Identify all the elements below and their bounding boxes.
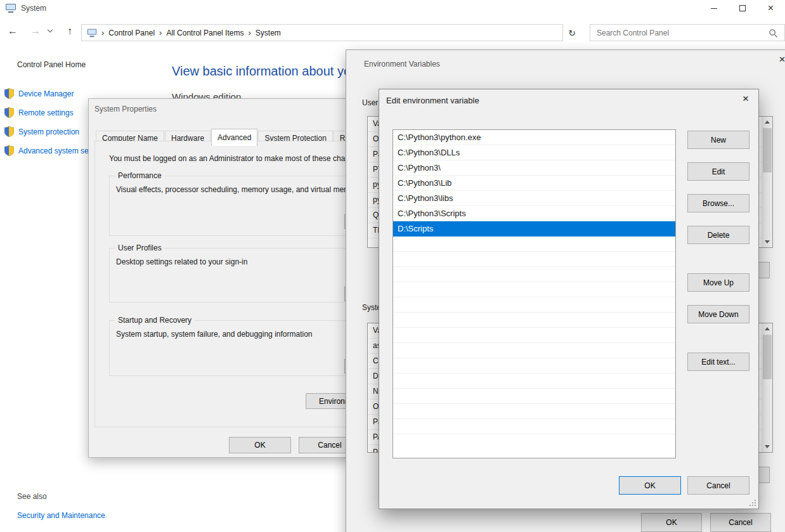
sidebar-item-system-protection[interactable]: System protection: [4, 126, 79, 137]
move-up-button[interactable]: Move Up: [687, 273, 749, 292]
empty-row[interactable]: [393, 404, 675, 419]
path-entry[interactable]: C:\Python3\libs: [393, 191, 675, 206]
sidebar-item-remote-settings[interactable]: Remote settings: [4, 107, 74, 118]
navigation-bar: Control Panel All Control Panel Items Sy…: [0, 16, 785, 43]
ok-button[interactable]: OK: [641, 513, 702, 532]
empty-row[interactable]: [393, 297, 675, 313]
empty-row[interactable]: [393, 267, 675, 282]
browse-button[interactable]: Browse...: [687, 194, 749, 212]
shield-icon: [4, 88, 14, 99]
path-entry[interactable]: C:\Python3\Scripts: [393, 206, 675, 221]
group-label: User Profiles: [115, 243, 164, 252]
scrollbar[interactable]: [762, 117, 772, 247]
dialog-title: Edit environment variable: [386, 96, 479, 105]
sidebar-item-label: Remote settings: [18, 108, 74, 117]
scrollbar-thumb[interactable]: [763, 335, 772, 379]
empty-row[interactable]: [393, 252, 675, 267]
close-button[interactable]: [732, 89, 760, 108]
tab-advanced[interactable]: Advanced: [211, 129, 257, 146]
sidebar-item-control-panel-home[interactable]: Control Panel Home: [17, 60, 86, 69]
window-titlebar: System: [0, 0, 785, 16]
scroll-down-icon[interactable]: [762, 441, 772, 452]
breadcrumb-all-control-panel-items[interactable]: All Control Panel Items: [166, 29, 243, 37]
group-description: Desktop settings related to your sign-in: [116, 257, 247, 266]
minimize-button[interactable]: [699, 0, 728, 16]
address-bar[interactable]: Control Panel All Control Panel Items Sy…: [81, 24, 563, 41]
cancel-button[interactable]: Cancel: [687, 476, 749, 495]
close-icon: [768, 3, 774, 13]
empty-row[interactable]: [393, 328, 675, 343]
new-button[interactable]: New: [687, 131, 749, 149]
window-title: System: [21, 4, 46, 13]
minimize-icon: [711, 8, 717, 9]
edit-button[interactable]: Edit: [687, 162, 749, 181]
see-also-heading: See also: [17, 492, 47, 501]
chevron-right-icon: [101, 28, 104, 37]
scroll-down-icon[interactable]: [762, 237, 772, 247]
shield-icon: [4, 145, 14, 156]
edit-text-button[interactable]: Edit text...: [687, 353, 749, 371]
computer-icon: [88, 29, 96, 37]
empty-row[interactable]: [393, 419, 675, 434]
path-entry[interactable]: C:\Python3\Lib: [393, 176, 675, 191]
path-entry-selected[interactable]: D:\Scripts: [393, 221, 675, 237]
resize-grip-icon[interactable]: [749, 499, 756, 507]
group-label: Startup and Recovery: [115, 316, 194, 325]
sidebar-item-security-and-maintenance[interactable]: Security and Maintenance: [17, 511, 105, 520]
ok-button[interactable]: OK: [229, 437, 291, 453]
empty-row[interactable]: [393, 282, 675, 297]
group-description: Visual effects, processor scheduling, me…: [116, 185, 361, 194]
chevron-right-icon: [248, 28, 250, 37]
dialog-title: System Properties: [94, 105, 157, 114]
recent-pages-chevron-icon[interactable]: [48, 27, 53, 32]
move-down-button[interactable]: Move Down: [687, 305, 749, 323]
scrollbar-thumb[interactable]: [763, 128, 772, 172]
window-controls: [699, 0, 785, 16]
close-button[interactable]: [756, 0, 785, 16]
sidebar-item-label: System protection: [18, 127, 79, 136]
back-button[interactable]: [5, 24, 20, 38]
search-input[interactable]: [595, 28, 765, 38]
ok-button[interactable]: OK: [619, 476, 681, 495]
scrollbar[interactable]: [762, 323, 772, 452]
path-entry[interactable]: C:\Python3\DLLs: [393, 145, 675, 160]
maximize-icon: [739, 5, 746, 11]
sidebar-item-device-manager[interactable]: Device Manager: [4, 88, 74, 99]
shield-icon: [4, 107, 14, 118]
breadcrumb-system[interactable]: System: [256, 29, 281, 37]
chevron-right-icon: [159, 28, 162, 37]
sidebar-item-label: Device Manager: [18, 89, 74, 98]
empty-row[interactable]: [393, 389, 675, 404]
empty-row[interactable]: [393, 373, 675, 389]
edit-environment-variable-dialog: Edit environment variable C:\Python3\pyt…: [379, 89, 759, 509]
empty-row[interactable]: [393, 343, 675, 358]
system-window: System Control Panel All Control Panel I…: [0, 0, 785, 532]
group-label: Performance: [115, 171, 164, 180]
up-button[interactable]: [62, 24, 77, 38]
maximize-button[interactable]: [728, 0, 756, 16]
search-icon: [769, 29, 778, 38]
empty-row[interactable]: [393, 313, 675, 328]
empty-row[interactable]: [393, 358, 675, 373]
close-button[interactable]: [768, 50, 785, 68]
path-entry[interactable]: C:\Python3\: [393, 160, 675, 176]
scroll-up-icon[interactable]: [762, 323, 772, 334]
refresh-button[interactable]: [564, 24, 580, 41]
forward-button[interactable]: [28, 24, 43, 38]
search-box[interactable]: [590, 24, 785, 41]
delete-button[interactable]: Delete: [687, 226, 749, 244]
group-description: System startup, system failure, and debu…: [116, 330, 313, 339]
shield-icon: [4, 126, 14, 137]
breadcrumb-control-panel[interactable]: Control Panel: [108, 29, 155, 37]
path-entry[interactable]: C:\Python3\python.exe: [393, 130, 675, 145]
cancel-button[interactable]: Cancel: [710, 513, 771, 532]
scroll-up-icon[interactable]: [762, 117, 772, 127]
dialog-title: Environment Variables: [364, 60, 440, 68]
system-icon: [6, 4, 16, 13]
empty-row[interactable]: [393, 237, 675, 252]
path-entries-list[interactable]: C:\Python3\python.exe C:\Python3\DLLs C:…: [392, 129, 676, 458]
